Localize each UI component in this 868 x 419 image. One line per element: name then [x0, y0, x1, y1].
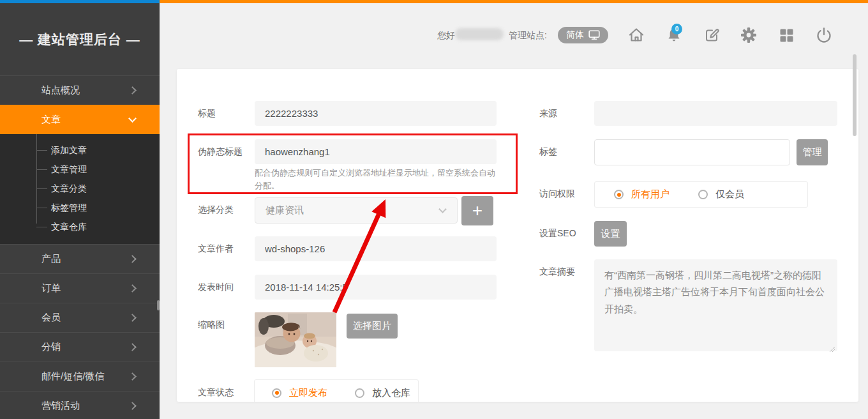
category-select[interactable]: 健康资讯 — [255, 197, 458, 224]
radio-members-only[interactable] — [698, 190, 708, 199]
access-radio-group: 所有用户 仅会员 — [594, 181, 808, 208]
sidebar-item-members[interactable]: 会员 — [0, 303, 160, 332]
sidebar-item-label: 营销活动 — [41, 400, 80, 412]
sidebar-item-label: 产品 — [41, 253, 61, 265]
language-label: 简体 — [566, 29, 584, 41]
sidebar-item-label: 站点概况 — [41, 84, 80, 96]
tags-input[interactable] — [594, 139, 790, 165]
publish-time-input[interactable] — [255, 275, 497, 300]
title-input[interactable] — [255, 101, 497, 126]
radio-to-warehouse-label[interactable]: 放入仓库 — [372, 387, 410, 399]
language-switch-button[interactable]: 简体 — [558, 27, 608, 43]
home-icon[interactable] — [627, 26, 645, 44]
main-scrollbar-thumb[interactable] — [853, 54, 857, 136]
sidebar-item-distribution[interactable]: 分销 — [0, 332, 160, 362]
slug-input[interactable] — [255, 139, 497, 164]
radio-all-users[interactable] — [614, 190, 624, 199]
submenu-item-tag-manage[interactable]: 标签管理 — [0, 198, 160, 217]
chevron-right-icon — [128, 343, 137, 351]
sidebar-item-marketing[interactable]: 营销活动 — [0, 391, 160, 419]
access-label: 访问权限 — [539, 181, 575, 206]
abstract-label: 文章摘要 — [539, 259, 575, 284]
tags-label: 标签 — [539, 139, 557, 164]
chevron-right-icon — [128, 402, 137, 410]
chevron-right-icon — [128, 255, 137, 263]
sidebar-item-orders[interactable]: 订单 — [0, 273, 160, 303]
slug-label: 伪静态标题 — [198, 139, 243, 164]
radio-to-warehouse[interactable] — [355, 388, 364, 398]
source-input[interactable] — [594, 101, 837, 126]
sidebar-item-site-overview[interactable]: 站点概况 — [0, 75, 160, 105]
category-label: 选择分类 — [198, 197, 234, 222]
submenu-item-article-warehouse[interactable]: 文章仓库 — [0, 217, 160, 236]
manage-site-label: 管理站点: — [509, 30, 547, 42]
add-category-button[interactable]: + — [461, 196, 493, 225]
sidebar-item-mail-sms-wechat[interactable]: 邮件/短信/微信 — [0, 362, 160, 391]
abstract-textarea[interactable]: 有“西南第一高钢塔，四川第二高电视塔”之称的德阳广播电视塔主塔广告位将于本月下旬… — [594, 259, 837, 351]
seo-settings-button[interactable]: 设置 — [594, 221, 627, 247]
chevron-right-icon — [128, 372, 137, 381]
status-radio-group: 立即发布 放入仓库 — [254, 379, 419, 402]
settings-gear-icon[interactable] — [740, 26, 758, 44]
author-label: 文章作者 — [198, 236, 234, 261]
edit-icon[interactable] — [703, 26, 721, 44]
sidebar-scrollbar-thumb[interactable] — [157, 300, 160, 310]
monitor-icon — [588, 30, 600, 40]
chevron-down-icon — [438, 205, 447, 213]
sidebar-item-label: 分销 — [41, 341, 61, 353]
radio-publish-now[interactable] — [272, 388, 281, 398]
radio-publish-now-label[interactable]: 立即发布 — [289, 387, 327, 399]
notification-badge: 0 — [671, 24, 682, 34]
power-logout-icon[interactable] — [815, 26, 833, 44]
publish-time-label: 发表时间 — [198, 275, 234, 300]
sidebar-item-label: 邮件/短信/微信 — [41, 370, 104, 383]
sidebar-item-products[interactable]: 产品 — [0, 244, 160, 273]
author-input[interactable] — [255, 236, 497, 261]
source-label: 来源 — [539, 101, 557, 126]
submenu-item-article-category[interactable]: 文章分类 — [0, 179, 160, 198]
sidebar-item-label: 文章 — [41, 114, 61, 126]
radio-members-only-label[interactable]: 仅会员 — [715, 188, 744, 201]
title-label: 标题 — [198, 101, 216, 126]
article-edit-panel: 标题 伪静态标题 配合伪静态规则可自定义浏览器地址栏显示地址，留空系统会自动分配… — [177, 69, 858, 402]
greeting-text: 您好 — [437, 30, 455, 42]
seo-label: 设置SEO — [539, 221, 576, 246]
sidebar: — 建站管理后台 — 站点概况 文章 添加文章 文章管理 文章分类 标签管理 文… — [0, 3, 160, 419]
choose-image-button[interactable]: 选择图片 — [347, 314, 398, 339]
app-title: — 建站管理后台 — — [0, 3, 160, 75]
sidebar-item-articles[interactable]: 文章 — [0, 105, 160, 134]
chevron-right-icon — [128, 314, 137, 322]
category-selected-value: 健康资讯 — [266, 204, 304, 217]
submenu-item-add-article[interactable]: 添加文章 — [0, 141, 160, 160]
manage-tags-button[interactable]: 管理 — [797, 139, 828, 165]
sidebar-item-label: 会员 — [41, 312, 61, 324]
thumbnail-label: 缩略图 — [198, 312, 225, 337]
topbar-orange-strip — [160, 0, 868, 3]
sidebar-submenu: 添加文章 文章管理 文章分类 标签管理 文章仓库 — [0, 134, 160, 244]
chevron-right-icon — [128, 284, 137, 293]
slug-help-text: 配合伪静态规则可自定义浏览器地址栏显示地址，留空系统会自动分配。 — [255, 167, 498, 192]
sidebar-item-label: 订单 — [41, 282, 61, 294]
apps-grid-icon[interactable] — [777, 26, 795, 44]
chevron-down-icon — [128, 114, 137, 123]
redacted-username — [455, 28, 504, 40]
submenu-item-article-manage[interactable]: 文章管理 — [0, 160, 160, 179]
status-label: 文章状态 — [198, 380, 234, 402]
radio-all-users-label[interactable]: 所有用户 — [631, 188, 670, 201]
chevron-right-icon — [128, 86, 137, 95]
thumbnail-image — [255, 312, 336, 367]
